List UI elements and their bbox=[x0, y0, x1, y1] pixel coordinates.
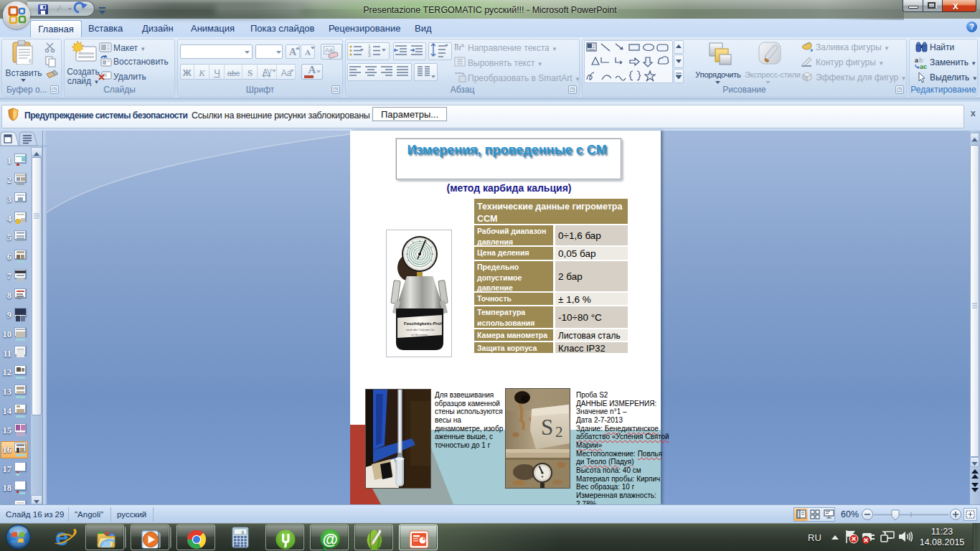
svg-text:0: 0 bbox=[241, 530, 244, 535]
svg-text:А: А bbox=[461, 42, 465, 49]
svg-text:mit Manometer: mit Manometer bbox=[411, 334, 428, 336]
svg-text:@: @ bbox=[323, 530, 338, 548]
svg-text:2: 2 bbox=[555, 423, 563, 441]
svg-text:S: S bbox=[541, 415, 553, 440]
svg-text:e: e bbox=[55, 525, 68, 550]
svg-text:nach der Calcium-Ca: nach der Calcium-Ca bbox=[406, 328, 435, 331]
svg-text:3: 3 bbox=[368, 52, 371, 57]
svg-text:Feuchtigkeits-Prüf: Feuchtigkeits-Prüf bbox=[404, 321, 443, 326]
svg-text:ac: ac bbox=[920, 63, 927, 70]
